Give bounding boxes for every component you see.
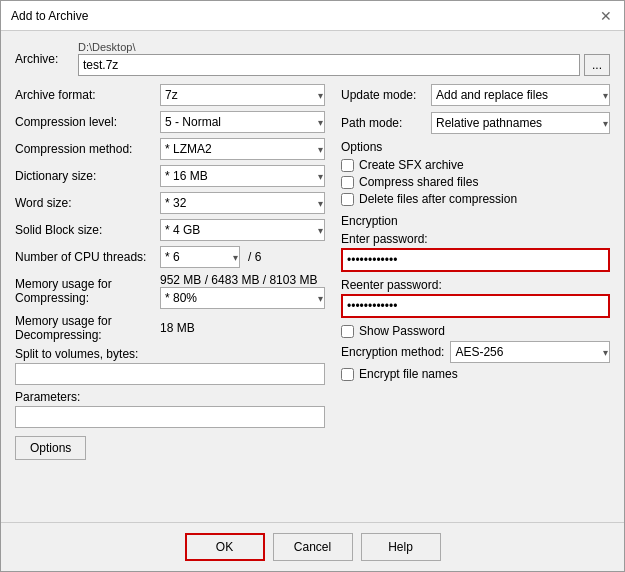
path-mode-label: Path mode: xyxy=(341,116,431,130)
delete-files-label: Delete files after compression xyxy=(359,192,517,206)
compression-level-label: Compression level: xyxy=(15,115,160,129)
enter-password-wrap: Enter password: xyxy=(341,232,610,272)
update-mode-row: Update mode: Add and replace files ▾ xyxy=(341,84,610,106)
memory-compress-values: 952 MB / 6483 MB / 8103 MB xyxy=(160,273,325,287)
compress-shared-checkbox[interactable] xyxy=(341,176,354,189)
archive-combo[interactable]: test.7z xyxy=(78,54,580,76)
reenter-password-wrap: Reenter password: xyxy=(341,278,610,318)
encryption-method-select[interactable]: AES-256 xyxy=(450,341,610,363)
memory-decompress-label: Memory usage for Decompressing: xyxy=(15,314,160,342)
cpu-threads-label: Number of CPU threads: xyxy=(15,250,160,264)
main-columns: Archive format: 7z ▾ Compression level: … xyxy=(15,84,610,460)
reenter-password-label: Reenter password: xyxy=(341,278,610,292)
encryption-group: Encryption Enter password: Reenter passw… xyxy=(341,214,610,381)
compression-method-row: Compression method: * LZMA2 ▾ xyxy=(15,138,325,160)
memory-decompress-row: Memory usage for Decompressing: 18 MB xyxy=(15,314,325,342)
archive-path-group: D:\Desktop\ test.7z ... xyxy=(78,41,610,76)
solid-block-row: Solid Block size: * 4 GB ▾ xyxy=(15,219,325,241)
archive-format-select[interactable]: 7z xyxy=(160,84,325,106)
split-label: Split to volumes, bytes: xyxy=(15,347,325,361)
enter-password-input[interactable] xyxy=(341,248,610,272)
left-column: Archive format: 7z ▾ Compression level: … xyxy=(15,84,325,460)
encrypt-filenames-checkbox[interactable] xyxy=(341,368,354,381)
archive-input-row: test.7z ... xyxy=(78,54,610,76)
right-column: Update mode: Add and replace files ▾ Pat… xyxy=(341,84,610,460)
delete-files-row: Delete files after compression xyxy=(341,192,610,206)
update-mode-label: Update mode: xyxy=(341,88,431,102)
encryption-method-label: Encryption method: xyxy=(341,345,444,359)
memory-pct-combo-wrap: * 80% ▾ xyxy=(160,287,325,309)
reenter-password-input[interactable] xyxy=(341,294,610,318)
word-size-row: Word size: * 32 ▾ xyxy=(15,192,325,214)
cpu-threads-combo-row: * 6 ▾ / 6 xyxy=(160,246,261,268)
solid-block-select[interactable]: * 4 GB xyxy=(160,219,325,241)
split-row: Split to volumes, bytes: xyxy=(15,347,325,385)
archive-format-label: Archive format: xyxy=(15,88,160,102)
create-sfx-checkbox[interactable] xyxy=(341,159,354,172)
encryption-title: Encryption xyxy=(341,214,610,228)
title-bar: Add to Archive ✕ xyxy=(1,1,624,31)
compression-level-row: Compression level: 5 - Normal ▾ xyxy=(15,111,325,133)
params-input[interactable] xyxy=(15,406,325,428)
cpu-threads-row: Number of CPU threads: * 6 ▾ / 6 xyxy=(15,246,325,268)
compress-shared-row: Compress shared files xyxy=(341,175,610,189)
options-title: Options xyxy=(341,140,610,154)
word-size-select[interactable]: * 32 xyxy=(160,192,325,214)
encrypt-filenames-label: Encrypt file names xyxy=(359,367,458,381)
ok-button[interactable]: OK xyxy=(185,533,265,561)
encrypt-filenames-row: Encrypt file names xyxy=(341,367,610,381)
dialog-title: Add to Archive xyxy=(11,9,88,23)
memory-pct-wrap: * 80% ▾ xyxy=(160,287,325,309)
archive-row: Archive: D:\Desktop\ test.7z ... xyxy=(15,41,610,76)
memory-decompress-value: 18 MB xyxy=(160,321,325,335)
update-mode-select[interactable]: Add and replace files xyxy=(431,84,610,106)
memory-compress-label: Memory usage for Compressing: xyxy=(15,277,160,305)
archive-format-row: Archive format: 7z ▾ xyxy=(15,84,325,106)
options-btn-row: Options xyxy=(15,436,325,460)
word-size-combo-wrap: * 32 ▾ xyxy=(160,192,325,214)
compress-shared-label: Compress shared files xyxy=(359,175,478,189)
params-row: Parameters: xyxy=(15,390,325,428)
cancel-button[interactable]: Cancel xyxy=(273,533,353,561)
dialog-add-to-archive: Add to Archive ✕ Archive: D:\Desktop\ te… xyxy=(0,0,625,572)
word-size-label: Word size: xyxy=(15,196,160,210)
memory-pct-select[interactable]: * 80% xyxy=(160,287,325,309)
path-mode-combo-wrap: Relative pathnames ▾ xyxy=(431,112,610,134)
cpu-threads-suffix: / 6 xyxy=(248,250,261,264)
dictionary-size-combo-wrap: * 16 MB ▾ xyxy=(160,165,325,187)
cpu-threads-select[interactable]: * 6 xyxy=(160,246,240,268)
compression-method-combo-wrap: * LZMA2 ▾ xyxy=(160,138,325,160)
dictionary-size-label: Dictionary size: xyxy=(15,169,160,183)
archive-label: Archive: xyxy=(15,52,70,66)
solid-block-combo-wrap: * 4 GB ▾ xyxy=(160,219,325,241)
options-button[interactable]: Options xyxy=(15,436,86,460)
split-input[interactable] xyxy=(15,363,325,385)
solid-block-label: Solid Block size: xyxy=(15,223,160,237)
options-group: Options Create SFX archive Compress shar… xyxy=(341,140,610,206)
dialog-content: Archive: D:\Desktop\ test.7z ... Archive… xyxy=(1,31,624,522)
compression-level-select[interactable]: 5 - Normal xyxy=(160,111,325,133)
cpu-threads-combo-wrap: * 6 ▾ xyxy=(160,246,240,268)
params-label: Parameters: xyxy=(15,390,325,404)
help-button[interactable]: Help xyxy=(361,533,441,561)
enter-password-label: Enter password: xyxy=(341,232,610,246)
show-password-row: Show Password xyxy=(341,324,610,338)
memory-compress-right: 952 MB / 6483 MB / 8103 MB * 80% ▾ xyxy=(160,273,325,309)
path-mode-select[interactable]: Relative pathnames xyxy=(431,112,610,134)
path-mode-row: Path mode: Relative pathnames ▾ xyxy=(341,112,610,134)
archive-path-top: D:\Desktop\ xyxy=(78,41,610,53)
show-password-checkbox[interactable] xyxy=(341,325,354,338)
browse-button[interactable]: ... xyxy=(584,54,610,76)
compression-level-combo-wrap: 5 - Normal ▾ xyxy=(160,111,325,133)
compression-method-label: Compression method: xyxy=(15,142,160,156)
archive-format-combo-wrap: 7z ▾ xyxy=(160,84,325,106)
update-mode-combo-wrap: Add and replace files ▾ xyxy=(431,84,610,106)
encryption-method-row: Encryption method: AES-256 ▾ xyxy=(341,341,610,363)
close-button[interactable]: ✕ xyxy=(598,8,614,24)
compression-method-select[interactable]: * LZMA2 xyxy=(160,138,325,160)
create-sfx-label: Create SFX archive xyxy=(359,158,464,172)
delete-files-checkbox[interactable] xyxy=(341,193,354,206)
dictionary-size-select[interactable]: * 16 MB xyxy=(160,165,325,187)
dictionary-size-row: Dictionary size: * 16 MB ▾ xyxy=(15,165,325,187)
show-password-label: Show Password xyxy=(359,324,445,338)
